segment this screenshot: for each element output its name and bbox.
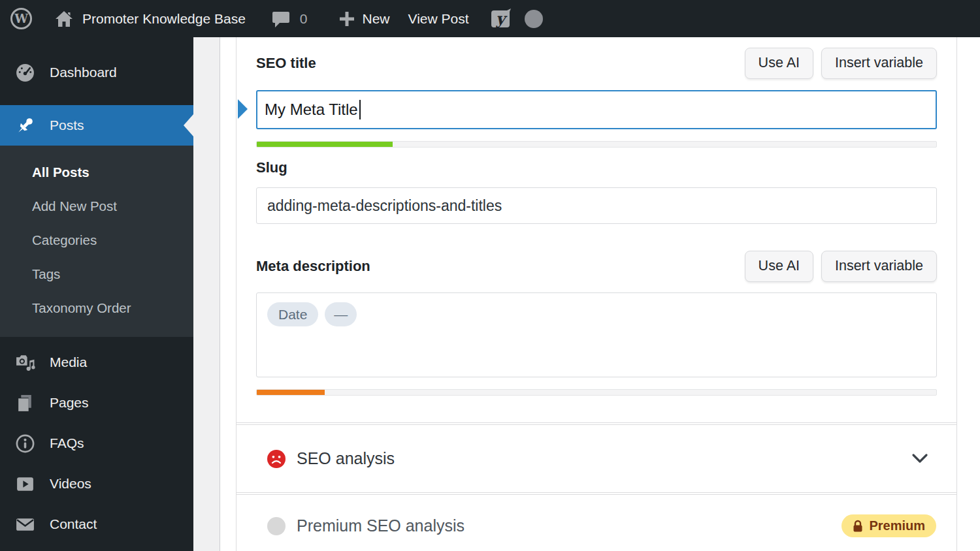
seo-analysis-title: SEO analysis bbox=[297, 449, 911, 468]
media-icon bbox=[14, 353, 35, 373]
editor-gutter bbox=[193, 37, 220, 551]
meta-description-progress-bar bbox=[256, 389, 937, 396]
submenu-item-tags[interactable]: Tags bbox=[0, 257, 193, 291]
use-ai-button[interactable]: Use AI bbox=[745, 48, 813, 79]
sidebar-item-label: Posts bbox=[50, 118, 84, 133]
sidebar-item-label: Media bbox=[50, 354, 87, 370]
premium-seo-analysis-title: Premium SEO analysis bbox=[297, 516, 841, 535]
slug-label: Slug bbox=[256, 159, 937, 177]
seo-analysis-toggle[interactable]: SEO analysis bbox=[237, 424, 956, 493]
comment-count[interactable]: 0 bbox=[300, 11, 308, 27]
site-name-link[interactable]: Promoter Knowledge Base bbox=[82, 11, 246, 27]
insert-variable-button[interactable]: Insert variable bbox=[821, 48, 937, 79]
text-caret bbox=[359, 100, 361, 119]
use-ai-button[interactable]: Use AI bbox=[745, 251, 813, 282]
admin-bar: W Promoter Knowledge Base 0 New View Pos… bbox=[0, 0, 980, 37]
video-icon bbox=[14, 474, 35, 494]
view-post-link[interactable]: View Post bbox=[408, 11, 469, 27]
sidebar-item-pages[interactable]: Pages bbox=[0, 383, 193, 423]
sidebar-item-label: Dashboard bbox=[50, 65, 117, 80]
home-icon[interactable] bbox=[54, 9, 74, 29]
scrollbar-track[interactable] bbox=[221, 37, 236, 551]
svg-text:W: W bbox=[14, 12, 28, 25]
sidebar-item-media[interactable]: Media bbox=[0, 342, 193, 383]
premium-badge: Premium bbox=[841, 514, 936, 537]
envelope-icon bbox=[14, 514, 35, 535]
lock-icon bbox=[853, 520, 863, 533]
wordpress-logo-icon[interactable]: W bbox=[10, 7, 33, 30]
submenu-item-categories[interactable]: Categories bbox=[0, 223, 193, 257]
yoast-seo-metabox: SEO title Use AI Insert variable My Meta… bbox=[237, 37, 957, 551]
gauge-icon bbox=[14, 63, 35, 83]
info-icon bbox=[14, 433, 35, 454]
seo-title-progress-bar bbox=[256, 141, 937, 148]
editor-content: SEO title Use AI Insert variable My Meta… bbox=[236, 37, 980, 551]
sidebar-item-faqs[interactable]: FAQs bbox=[0, 423, 193, 464]
plus-icon[interactable] bbox=[338, 10, 355, 27]
yoast-seo-icon[interactable]: y bbox=[491, 8, 513, 30]
slug-input[interactable]: adding-meta-descriptions-and-titles bbox=[256, 187, 937, 224]
comments-icon[interactable] bbox=[272, 10, 290, 28]
focused-field-pointer-icon bbox=[238, 99, 248, 119]
sidebar-item-videos[interactable]: Videos bbox=[0, 464, 193, 504]
seo-score-neutral-icon bbox=[267, 517, 286, 535]
seo-score-bad-icon bbox=[267, 450, 286, 468]
meta-description-progress-fill bbox=[257, 390, 325, 395]
seo-title-input[interactable]: My Meta Title bbox=[256, 90, 937, 129]
meta-description-label: Meta description bbox=[256, 258, 370, 275]
seo-title-progress-fill bbox=[257, 142, 393, 147]
seo-title-value: My Meta Title bbox=[265, 101, 358, 119]
sidebar-item-label: Videos bbox=[50, 476, 91, 492]
submenu-item-taxonomy-order[interactable]: Taxonomy Order bbox=[0, 291, 193, 325]
wordpress-admin-screen: W Promoter Knowledge Base 0 New View Pos… bbox=[0, 0, 980, 551]
sidebar-item-label: Pages bbox=[50, 395, 89, 411]
premium-seo-analysis-toggle[interactable]: Premium SEO analysis Premium bbox=[237, 494, 956, 551]
admin-sidebar: Dashboard Posts All Posts Add New Post C… bbox=[0, 37, 193, 551]
new-button[interactable]: New bbox=[363, 11, 390, 27]
chevron-down-icon bbox=[911, 452, 929, 465]
posts-submenu: All Posts Add New Post Categories Tags T… bbox=[0, 146, 193, 337]
slug-value: adding-meta-descriptions-and-titles bbox=[267, 197, 502, 215]
sidebar-item-dashboard[interactable]: Dashboard bbox=[0, 54, 193, 91]
sidebar-item-contact[interactable]: Contact bbox=[0, 504, 193, 544]
sidebar-item-label: Contact bbox=[50, 516, 97, 532]
insert-variable-button[interactable]: Insert variable bbox=[821, 251, 937, 282]
variable-tag-date[interactable]: Date bbox=[267, 302, 318, 326]
seo-score-circle bbox=[267, 450, 286, 468]
submenu-item-add-new-post[interactable]: Add New Post bbox=[0, 189, 193, 223]
seo-title-label: SEO title bbox=[256, 55, 316, 72]
variable-tag-separator[interactable]: — bbox=[325, 302, 357, 326]
submenu-item-all-posts[interactable]: All Posts bbox=[0, 155, 193, 189]
premium-badge-label: Premium bbox=[869, 518, 925, 533]
sidebar-item-posts[interactable]: Posts bbox=[0, 105, 193, 146]
pages-icon bbox=[14, 393, 35, 413]
meta-description-input[interactable]: Date — bbox=[256, 292, 937, 377]
pushpin-icon bbox=[14, 116, 35, 136]
avatar[interactable] bbox=[525, 10, 543, 28]
sidebar-item-label: FAQs bbox=[50, 435, 84, 451]
seo-fields-section: SEO title Use AI Insert variable My Meta… bbox=[237, 47, 956, 423]
